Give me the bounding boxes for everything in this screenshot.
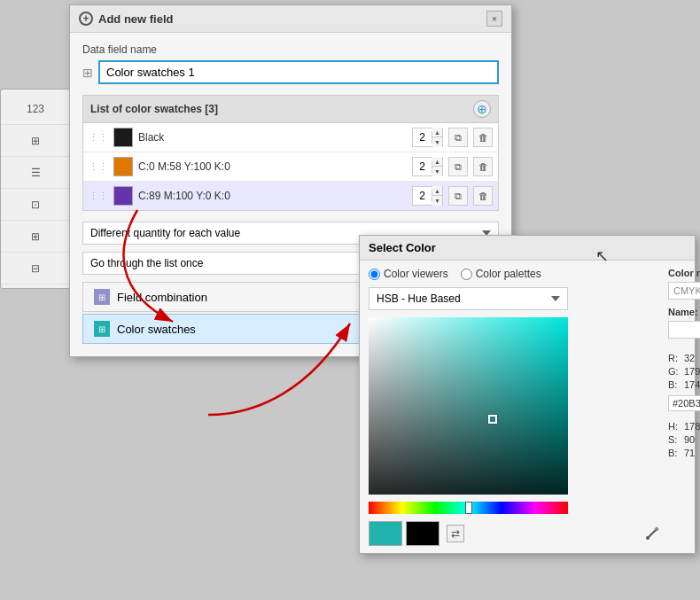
- dialog-titlebar: + Add new field ×: [70, 5, 511, 33]
- field-name-label: Data field name: [82, 43, 499, 56]
- color-list-section: List of color swatches [3] ⊕ ⋮⋮ Black 2 …: [82, 95, 499, 211]
- menu-item-color-swatches-label: Color swatches: [117, 323, 196, 336]
- delete-btn-3[interactable]: 🗑: [473, 186, 493, 206]
- close-button[interactable]: ×: [486, 11, 502, 27]
- color-model-panel: Color model: CMYK Name: R: 32 G: 179 B: …: [661, 268, 700, 546]
- h-row: H: 178: [668, 421, 700, 432]
- qty-arrows-3: ▲ ▼: [432, 186, 442, 206]
- field-combination-icon: ⊞: [94, 289, 110, 305]
- color-model-label: Color model:: [668, 268, 700, 278]
- b-row: B: 174: [668, 379, 700, 390]
- current-color-swatch: [369, 521, 402, 546]
- hue-thumb[interactable]: [465, 502, 472, 514]
- qty-value-1: 2: [413, 131, 432, 144]
- copy-btn-2[interactable]: ⧉: [448, 157, 468, 176]
- background-panel: 123 ⊞ ☰ ⊡ ⊞ ⊟: [0, 89, 71, 289]
- dialog-title-text: Add new field: [98, 12, 174, 26]
- qty-spinner-3: 2 ▲ ▼: [412, 186, 443, 206]
- add-circle-icon: +: [79, 12, 93, 26]
- b-label: B:: [668, 379, 681, 390]
- color-swatches-icon: ⊞: [94, 321, 110, 337]
- color-row-purple: ⋮⋮ C:89 M:100 Y:0 K:0 2 ▲ ▼ ⧉ 🗑: [83, 182, 498, 210]
- svg-line-4: [648, 529, 657, 538]
- bg-panel-item-1: 123: [1, 93, 70, 125]
- qty-down-3[interactable]: ▼: [432, 196, 442, 206]
- qty-up-3[interactable]: ▲: [432, 186, 442, 196]
- drag-handle-1[interactable]: ⋮⋮: [89, 132, 108, 144]
- radio-viewers-label: Color viewers: [384, 268, 448, 280]
- g-value: 179: [684, 366, 700, 377]
- delete-btn-1[interactable]: 🗑: [473, 128, 493, 147]
- qty-up-1[interactable]: ▲: [432, 128, 442, 137]
- qty-down-1[interactable]: ▼: [432, 137, 442, 147]
- radio-color-viewers[interactable]: Color viewers: [369, 268, 448, 280]
- qty-spinner-2: 2 ▲ ▼: [412, 157, 443, 176]
- h-label: H:: [668, 421, 681, 432]
- s-value: 90: [684, 434, 695, 445]
- menu-item-field-combination-label: Field combination: [117, 291, 207, 304]
- rainbow-hue-slider[interactable]: [369, 502, 568, 514]
- b-value: 174: [684, 379, 700, 390]
- b2-row: B: 71: [668, 448, 700, 458]
- color-dialog-title: Select Color: [360, 236, 695, 261]
- bg-panel-item-6: ⊟: [1, 253, 70, 284]
- bg-panel-item-2: ⊞: [1, 125, 70, 157]
- color-swatch-orange[interactable]: [113, 157, 133, 176]
- r-label: R:: [668, 353, 681, 363]
- eyedropper-svg: [645, 525, 661, 541]
- bg-panel-item-5: ⊞: [1, 221, 70, 253]
- s-row: S: 90: [668, 434, 700, 445]
- list-add-button[interactable]: ⊕: [473, 100, 491, 118]
- bg-panel-item-3: ☰: [1, 157, 70, 189]
- field-name-input[interactable]: [98, 60, 499, 84]
- color-dialog-body: Color viewers Color palettes HSB - Hue B…: [360, 261, 695, 553]
- qty-down-2[interactable]: ▼: [432, 167, 442, 176]
- swap-colors-button[interactable]: ⇄: [447, 525, 464, 542]
- dialog-title: + Add new field: [79, 12, 174, 26]
- color-row-black: ⋮⋮ Black 2 ▲ ▼ ⧉ 🗑: [83, 123, 498, 152]
- color-model-dropdown[interactable]: HSB - Hue Based: [369, 287, 568, 310]
- color-name-purple: C:89 M:100 Y:0 K:0: [138, 190, 407, 202]
- name-label: Name:: [668, 307, 700, 317]
- delete-btn-2[interactable]: 🗑: [473, 157, 493, 176]
- g-row: G: 179: [668, 366, 700, 377]
- copy-btn-1[interactable]: ⧉: [448, 128, 468, 147]
- hex-input[interactable]: [668, 395, 700, 411]
- color-gradient-svg: [369, 317, 568, 495]
- field-name-row: ⊞: [82, 60, 499, 84]
- list-header: List of color swatches [3] ⊕: [83, 96, 498, 123]
- qty-value-2: 2: [413, 160, 432, 173]
- field-type-icon: ⊞: [82, 66, 93, 80]
- previous-color-swatch: [406, 521, 439, 546]
- r-row: R: 32: [668, 353, 700, 363]
- color-name-orange: C:0 M:58 Y:100 K:0: [138, 160, 407, 173]
- radio-color-palettes[interactable]: Color palettes: [461, 268, 541, 280]
- qty-up-2[interactable]: ▲: [432, 157, 442, 167]
- b2-label: B:: [668, 448, 681, 458]
- b2-value: 71: [684, 448, 695, 458]
- color-swatch-purple[interactable]: [113, 186, 133, 206]
- color-picker-cursor[interactable]: [488, 415, 497, 424]
- qty-arrows-2: ▲ ▼: [432, 157, 442, 176]
- qty-spinner-1: 2 ▲ ▼: [412, 128, 443, 147]
- eyedropper-icon[interactable]: [645, 525, 661, 543]
- color-model-value: CMYK: [668, 282, 700, 300]
- qty-arrows-1: ▲ ▼: [432, 128, 442, 147]
- h-value: 178: [684, 421, 700, 432]
- svg-rect-3: [369, 317, 568, 495]
- color-row-orange: ⋮⋮ C:0 M:58 Y:100 K:0 2 ▲ ▼ ⧉ 🗑: [83, 152, 498, 182]
- color-swatch-black[interactable]: [113, 128, 133, 147]
- color-picker-area[interactable]: [369, 317, 568, 495]
- radio-palettes-label: Color palettes: [476, 268, 541, 280]
- bg-panel-item-4: ⊡: [1, 189, 70, 221]
- swatches-row: ⇄: [369, 521, 661, 546]
- radio-row: Color viewers Color palettes: [369, 268, 661, 280]
- copy-btn-3[interactable]: ⧉: [448, 186, 468, 206]
- drag-handle-2[interactable]: ⋮⋮: [89, 161, 108, 173]
- color-name-black: Black: [138, 131, 407, 144]
- color-name-input[interactable]: [668, 321, 700, 339]
- list-header-title: List of color swatches [3]: [90, 103, 218, 115]
- qty-value-3: 2: [413, 190, 432, 202]
- s-label: S:: [668, 434, 681, 445]
- drag-handle-3[interactable]: ⋮⋮: [89, 191, 108, 202]
